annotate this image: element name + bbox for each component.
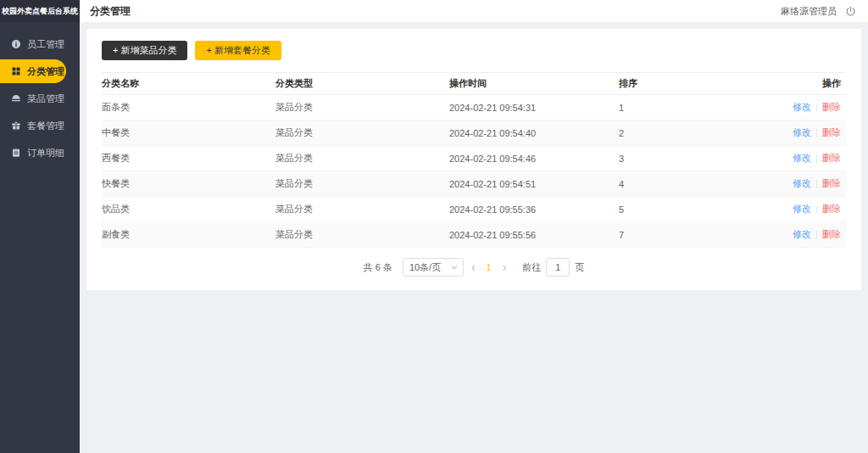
category-type: 菜品分类 bbox=[275, 95, 449, 120]
app-title: 校园外卖点餐后台系统 bbox=[0, 0, 80, 22]
delete-link[interactable]: 删除 bbox=[822, 178, 841, 188]
grid-icon bbox=[11, 66, 21, 76]
category-card: + 新增菜品分类 + 新增套餐分类 分类名称 分类类型 操作时间 排序 操作 面… bbox=[86, 29, 861, 290]
delete-link[interactable]: 删除 bbox=[822, 204, 841, 214]
info-circle-icon bbox=[11, 39, 21, 49]
user-area: 麻络源管理员 bbox=[781, 5, 856, 18]
delete-link[interactable]: 删除 bbox=[822, 102, 841, 112]
operate-time: 2024-02-21 09:55:56 bbox=[449, 222, 619, 248]
action-divider bbox=[816, 103, 817, 112]
sort-value: 7 bbox=[619, 222, 754, 248]
action-divider bbox=[816, 231, 817, 239]
sort-value: 4 bbox=[619, 171, 754, 197]
sidebar-item-label: 分类管理 bbox=[27, 65, 64, 78]
table-row: 西餐类菜品分类2024-02-21 09:54:463修改删除 bbox=[102, 146, 846, 171]
sort-value: 3 bbox=[619, 146, 754, 171]
dish-icon bbox=[11, 93, 21, 103]
main-area: 分类管理 麻络源管理员 + 新增菜品分类 + 新增套餐分类 bbox=[80, 0, 868, 453]
content: + 新增菜品分类 + 新增套餐分类 分类名称 分类类型 操作时间 排序 操作 面… bbox=[80, 22, 868, 453]
category-type: 菜品分类 bbox=[275, 171, 449, 197]
row-actions: 修改删除 bbox=[754, 171, 846, 197]
sidebar-menu: 员工管理分类管理菜品管理套餐管理订单明细 bbox=[0, 22, 80, 166]
pagination: 共 6 条 10条/页 ‹ 1 › 前往 页 bbox=[102, 258, 846, 277]
category-type: 菜品分类 bbox=[275, 120, 449, 146]
header-action: 操作 bbox=[754, 73, 846, 95]
edit-link[interactable]: 修改 bbox=[793, 127, 811, 137]
category-table: 分类名称 分类类型 操作时间 排序 操作 面条类菜品分类2024-02-21 0… bbox=[102, 72, 846, 248]
page-size-select[interactable]: 10条/页 bbox=[403, 258, 464, 277]
sidebar-item-employee[interactable]: 员工管理 bbox=[0, 31, 80, 58]
category-name: 快餐类 bbox=[102, 171, 275, 197]
category-name: 中餐类 bbox=[102, 120, 275, 146]
action-divider bbox=[816, 154, 817, 163]
edit-link[interactable]: 修改 bbox=[793, 102, 811, 112]
add-dish-category-button[interactable]: + 新增菜品分类 bbox=[102, 41, 187, 60]
edit-link[interactable]: 修改 bbox=[793, 204, 811, 214]
table-row: 副食类菜品分类2024-02-21 09:55:567修改删除 bbox=[102, 222, 846, 248]
sidebar-item-label: 订单明细 bbox=[27, 147, 64, 159]
current-page[interactable]: 1 bbox=[483, 262, 495, 272]
table-row: 面条类菜品分类2024-02-21 09:54:311修改删除 bbox=[102, 95, 846, 120]
sidebar-item-order[interactable]: 订单明细 bbox=[0, 139, 80, 166]
sidebar-item-combo[interactable]: 套餐管理 bbox=[0, 112, 80, 139]
power-icon[interactable] bbox=[845, 6, 856, 17]
edit-link[interactable]: 修改 bbox=[793, 153, 811, 163]
topbar: 分类管理 麻络源管理员 bbox=[80, 0, 868, 22]
table-row: 饮品类菜品分类2024-02-21 09:55:365修改删除 bbox=[102, 197, 846, 222]
pagination-total: 共 6 条 bbox=[364, 261, 392, 274]
category-type: 菜品分类 bbox=[275, 146, 449, 171]
app-root: 校园外卖点餐后台系统 员工管理分类管理菜品管理套餐管理订单明细 分类管理 麻络源… bbox=[0, 0, 868, 453]
goto-page-input[interactable] bbox=[546, 258, 570, 277]
header-category-name: 分类名称 bbox=[102, 73, 275, 95]
category-type: 菜品分类 bbox=[275, 222, 449, 248]
category-name: 面条类 bbox=[102, 95, 275, 120]
table-row: 中餐类菜品分类2024-02-21 09:54:402修改删除 bbox=[102, 120, 846, 146]
sidebar-item-category[interactable]: 分类管理 bbox=[0, 59, 66, 83]
sidebar-item-label: 员工管理 bbox=[27, 38, 64, 51]
page-size-value: 10条/页 bbox=[409, 261, 441, 274]
action-divider bbox=[816, 180, 817, 188]
delete-link[interactable]: 删除 bbox=[822, 127, 841, 137]
add-combo-category-button[interactable]: + 新增套餐分类 bbox=[195, 41, 281, 60]
category-name: 副食类 bbox=[102, 222, 275, 248]
sort-value: 2 bbox=[619, 120, 754, 146]
category-type: 菜品分类 bbox=[275, 197, 449, 222]
goto-label: 前往 bbox=[522, 261, 541, 274]
action-divider bbox=[816, 129, 817, 137]
sort-value: 5 bbox=[619, 197, 754, 222]
table-header-row: 分类名称 分类类型 操作时间 排序 操作 bbox=[102, 73, 846, 95]
operate-time: 2024-02-21 09:54:51 bbox=[449, 171, 619, 197]
action-divider bbox=[816, 205, 817, 214]
category-name: 饮品类 bbox=[102, 197, 275, 222]
header-sort: 排序 bbox=[619, 73, 754, 95]
goto-suffix: 页 bbox=[575, 261, 584, 274]
chevron-down-icon bbox=[450, 263, 459, 271]
clipboard-icon bbox=[11, 148, 21, 158]
row-actions: 修改删除 bbox=[754, 120, 846, 146]
edit-link[interactable]: 修改 bbox=[793, 229, 811, 239]
sidebar-item-label: 套餐管理 bbox=[27, 120, 64, 132]
sort-value: 1 bbox=[619, 95, 754, 120]
toolbar: + 新增菜品分类 + 新增套餐分类 bbox=[102, 41, 846, 60]
edit-link[interactable]: 修改 bbox=[793, 178, 811, 188]
delete-link[interactable]: 删除 bbox=[822, 153, 841, 163]
user-name[interactable]: 麻络源管理员 bbox=[781, 5, 837, 18]
operate-time: 2024-02-21 09:55:36 bbox=[449, 197, 619, 222]
table-body: 面条类菜品分类2024-02-21 09:54:311修改删除中餐类菜品分类20… bbox=[102, 95, 846, 248]
row-actions: 修改删除 bbox=[754, 222, 846, 248]
sidebar-item-label: 菜品管理 bbox=[27, 92, 64, 105]
prev-page-button[interactable]: ‹ bbox=[464, 261, 483, 273]
operate-time: 2024-02-21 09:54:46 bbox=[449, 146, 619, 171]
gift-icon bbox=[11, 120, 21, 131]
sidebar: 校园外卖点餐后台系统 员工管理分类管理菜品管理套餐管理订单明细 bbox=[0, 0, 80, 453]
header-operate-time: 操作时间 bbox=[449, 73, 619, 95]
delete-link[interactable]: 删除 bbox=[822, 229, 841, 239]
row-actions: 修改删除 bbox=[754, 197, 846, 222]
next-page-button[interactable]: › bbox=[495, 261, 515, 273]
operate-time: 2024-02-21 09:54:31 bbox=[449, 95, 619, 120]
header-category-type: 分类类型 bbox=[275, 73, 449, 95]
row-actions: 修改删除 bbox=[754, 95, 846, 120]
operate-time: 2024-02-21 09:54:40 bbox=[449, 120, 619, 146]
sidebar-item-dish[interactable]: 菜品管理 bbox=[0, 85, 80, 112]
row-actions: 修改删除 bbox=[754, 146, 846, 171]
